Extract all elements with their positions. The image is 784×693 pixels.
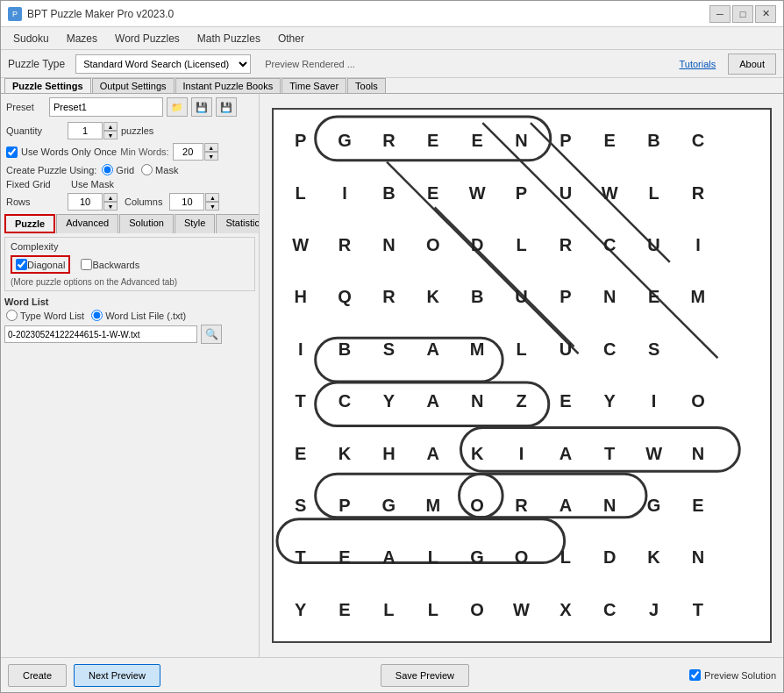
grid-cell: L [411, 532, 455, 583]
next-preview-button[interactable]: Next Preview [74, 664, 160, 687]
min-words-down[interactable]: ▼ [204, 152, 218, 161]
bottom-bar: Create Next Preview Save Preview Preview… [1, 657, 783, 692]
columns-up[interactable]: ▲ [205, 193, 219, 202]
grid-cell: D [455, 219, 499, 271]
tab-solution[interactable]: Solution [119, 214, 174, 233]
close-button[interactable]: ✕ [755, 5, 776, 23]
columns-input[interactable] [169, 193, 204, 211]
use-words-only-once-checkbox[interactable] [6, 146, 18, 158]
create-puzzle-grid-label: Grid [116, 165, 134, 175]
grid-cell: E [411, 115, 455, 167]
grid-cell [720, 375, 764, 427]
grid-cell [720, 167, 764, 218]
menu-sudoku[interactable]: Sudoku [4, 31, 58, 46]
grid-cell: N [676, 532, 720, 583]
menu-math-puzzles[interactable]: Math Puzzles [189, 31, 269, 46]
preset-input[interactable] [49, 97, 163, 117]
quantity-input[interactable] [68, 122, 103, 139]
about-button[interactable]: About [728, 54, 776, 75]
grid-cell: T [676, 584, 720, 636]
menu-bar: Sudoku Mazes Word Puzzles Math Puzzles O… [1, 27, 783, 50]
grid-cell: O [411, 219, 455, 271]
complexity-title: Complexity [11, 241, 249, 252]
tab-puzzle-settings[interactable]: Puzzle Settings [4, 78, 91, 93]
grid-cell: B [631, 115, 675, 167]
grid-cell: M [411, 480, 455, 532]
tab-time-saver[interactable]: Time Saver [282, 78, 346, 93]
grid-cell: N [676, 427, 720, 479]
quantity-down[interactable]: ▼ [103, 131, 118, 139]
menu-mazes[interactable]: Mazes [58, 31, 106, 46]
min-words-input[interactable] [173, 143, 203, 161]
right-panel: PGREENPEBCLIBEWPUWLRWRNODLRCUIHQRKBUPNEM… [260, 94, 783, 657]
grid-cell: U [499, 271, 543, 323]
quantity-up[interactable]: ▲ [103, 122, 118, 131]
preview-solution-wrap: Preview Solution [689, 669, 776, 681]
preset-save-button[interactable]: 💾 [191, 97, 212, 117]
grid-cell: W [588, 167, 631, 218]
preset-label: Preset [6, 102, 46, 112]
preset-folder-button[interactable]: 📁 [167, 97, 188, 117]
create-puzzle-grid-radio[interactable] [102, 164, 113, 175]
grid-cell: T [279, 532, 323, 583]
grid-cell: P [279, 115, 323, 167]
word-list-file-input[interactable] [4, 325, 197, 343]
backwards-checkbox[interactable] [81, 259, 92, 270]
tab-puzzle[interactable]: Puzzle [4, 214, 55, 233]
grid-cell: P [499, 167, 543, 218]
grid-cell: N [588, 271, 631, 323]
diagonal-wrapper: Diagonal [11, 255, 70, 274]
preset-save-as-button[interactable]: 💾 [216, 97, 237, 117]
grid-cell: P [323, 480, 367, 532]
rows-spinner: ▲ ▼ [68, 193, 118, 211]
rows-label: Rows [6, 196, 68, 207]
quantity-spinner: ▲ ▼ [68, 122, 118, 139]
puzzle-type-select[interactable]: Standard Word Search (Licensed) [75, 54, 251, 74]
grid-cell: R [367, 115, 410, 167]
min-words-up[interactable]: ▲ [204, 143, 218, 152]
rows-down[interactable]: ▼ [103, 202, 118, 211]
grid-cell: W [455, 167, 499, 218]
minimize-button[interactable]: ─ [709, 5, 731, 23]
tab-style[interactable]: Style [175, 214, 215, 233]
menu-other[interactable]: Other [269, 31, 313, 46]
tutorials-button[interactable]: Tutorials [674, 59, 721, 69]
tab-tools[interactable]: Tools [347, 78, 386, 93]
grid-cell: L [631, 167, 675, 218]
grid-cell: N [455, 375, 499, 427]
save-preview-button[interactable]: Save Preview [381, 664, 469, 687]
complexity-options: Diagonal Backwards [11, 255, 249, 274]
title-bar: P BPT Puzzle Maker Pro v2023.0 ─ □ ✕ [1, 1, 783, 27]
preview-solution-checkbox[interactable] [689, 669, 701, 681]
tab-advanced[interactable]: Advanced [56, 214, 118, 233]
grid-cell: S [367, 324, 410, 375]
fixed-grid-label: Fixed Grid [6, 179, 68, 189]
tab-statistics[interactable]: Statistics [216, 214, 260, 233]
rows-up[interactable]: ▲ [103, 193, 118, 202]
create-puzzle-mask-radio[interactable] [141, 164, 153, 175]
columns-down[interactable]: ▼ [205, 202, 219, 211]
min-words-spinner: ▲ ▼ [173, 143, 218, 161]
puzzle-tabs: Puzzle Advanced Solution Style Statistic… [4, 214, 255, 233]
type-word-list-radio[interactable] [6, 310, 18, 321]
tab-instant-puzzle-books[interactable]: Instant Puzzle Books [175, 78, 282, 93]
menu-word-puzzles[interactable]: Word Puzzles [106, 31, 189, 46]
create-puzzle-using-row: Create Puzzle Using: Grid Mask [4, 164, 255, 175]
rows-input[interactable] [68, 193, 103, 211]
maximize-button[interactable]: □ [732, 5, 753, 23]
quantity-label: Quantity [6, 125, 68, 136]
grid-cell: K [323, 427, 367, 479]
grid-cell: A [411, 324, 455, 375]
grid-cell: H [279, 271, 323, 323]
tab-output-settings[interactable]: Output Settings [92, 78, 175, 93]
grid-cell: H [367, 427, 410, 479]
create-button[interactable]: Create [8, 664, 67, 687]
grid-cell: A [367, 532, 410, 583]
diagonal-checkbox[interactable] [16, 259, 27, 270]
app-icon: P [8, 7, 22, 21]
grid-cell: L [544, 532, 588, 583]
grid-cell: M [676, 271, 720, 323]
browse-button[interactable]: 🔍 [201, 325, 222, 344]
grid-cell: E [544, 375, 588, 427]
word-list-file-radio[interactable] [91, 310, 103, 321]
